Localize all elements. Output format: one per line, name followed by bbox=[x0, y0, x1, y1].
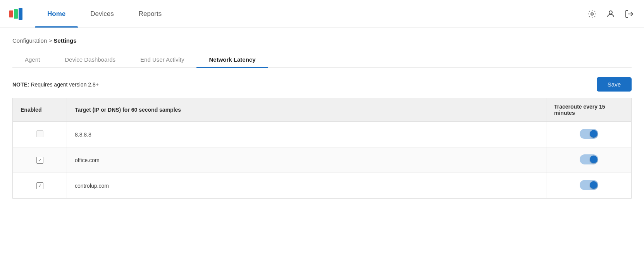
toggle-3[interactable] bbox=[580, 180, 598, 190]
checkbox-2[interactable] bbox=[36, 157, 43, 164]
checkbox-1[interactable] bbox=[36, 130, 43, 137]
toggle-2[interactable] bbox=[580, 154, 598, 164]
enabled-cell-1 bbox=[13, 122, 67, 147]
svg-point-1 bbox=[609, 11, 612, 14]
main-content: Configuration > Settings Agent Device Da… bbox=[0, 28, 644, 275]
table-row: controlup.com bbox=[13, 173, 632, 199]
logo-bar-blue bbox=[19, 8, 22, 20]
breadcrumb: Configuration > Settings bbox=[12, 37, 632, 44]
table-row: 8.8.8.8 bbox=[13, 122, 632, 147]
traceroute-cell-2 bbox=[546, 147, 632, 173]
note-label: NOTE: bbox=[12, 81, 29, 88]
note-text: NOTE: Requires agent version 2.8+ bbox=[12, 81, 99, 88]
note-content: Requires agent version 2.8+ bbox=[29, 81, 99, 88]
toggle-1[interactable] bbox=[580, 129, 598, 139]
target-cell-3: controlup.com bbox=[67, 173, 546, 199]
enabled-cell-2 bbox=[13, 147, 67, 173]
tab-agent[interactable]: Agent bbox=[12, 52, 52, 67]
col-target: Target (IP or DNS) for 60 second samples bbox=[67, 98, 546, 122]
note-bar: NOTE: Requires agent version 2.8+ Save bbox=[12, 77, 632, 92]
toggle-thumb-3 bbox=[590, 181, 598, 189]
table-row: office.com bbox=[13, 147, 632, 173]
tab-device-dashboards[interactable]: Device Dashboards bbox=[52, 52, 128, 67]
tab-end-user-activity[interactable]: End User Activity bbox=[128, 52, 196, 67]
save-button[interactable]: Save bbox=[597, 77, 632, 92]
toggle-thumb-1 bbox=[590, 130, 598, 138]
nav-devices[interactable]: Devices bbox=[78, 0, 126, 28]
user-icon[interactable] bbox=[605, 9, 616, 19]
toggle-track-3 bbox=[580, 180, 598, 190]
header: Home Devices Reports bbox=[0, 0, 644, 28]
logout-icon[interactable] bbox=[624, 9, 635, 19]
checkbox-3[interactable] bbox=[36, 182, 43, 189]
breadcrumb-current: Settings bbox=[53, 37, 76, 44]
settings-icon[interactable] bbox=[587, 9, 598, 19]
traceroute-cell-1 bbox=[546, 122, 632, 147]
table-header-row: Enabled Target (IP or DNS) for 60 second… bbox=[13, 98, 632, 122]
target-value-2: office.com bbox=[75, 157, 100, 163]
traceroute-cell-3 bbox=[546, 173, 632, 199]
latency-table: Enabled Target (IP or DNS) for 60 second… bbox=[12, 98, 632, 199]
col-traceroute: Traceroute every 15 minutes bbox=[546, 98, 632, 122]
target-cell-1: 8.8.8.8 bbox=[67, 122, 546, 147]
svg-point-0 bbox=[591, 13, 593, 15]
main-nav: Home Devices Reports bbox=[35, 0, 174, 28]
logo bbox=[9, 8, 22, 20]
col-enabled: Enabled bbox=[13, 98, 67, 122]
nav-reports[interactable]: Reports bbox=[126, 0, 174, 28]
target-value-3: controlup.com bbox=[75, 183, 109, 189]
nav-home[interactable]: Home bbox=[35, 0, 78, 28]
enabled-cell-3 bbox=[13, 173, 67, 199]
logo-bar-green bbox=[14, 9, 18, 19]
header-actions bbox=[587, 9, 635, 19]
breadcrumb-prefix: Configuration > bbox=[12, 37, 53, 44]
toggle-track-2 bbox=[580, 154, 598, 164]
target-cell-2: office.com bbox=[67, 147, 546, 173]
tab-network-latency[interactable]: Network Latency bbox=[196, 52, 268, 67]
toggle-thumb-2 bbox=[590, 156, 598, 163]
toggle-track-1 bbox=[580, 129, 598, 139]
logo-bar-red bbox=[9, 10, 13, 17]
target-value-1: 8.8.8.8 bbox=[75, 131, 91, 138]
settings-tabs: Agent Device Dashboards End User Activit… bbox=[12, 52, 632, 68]
